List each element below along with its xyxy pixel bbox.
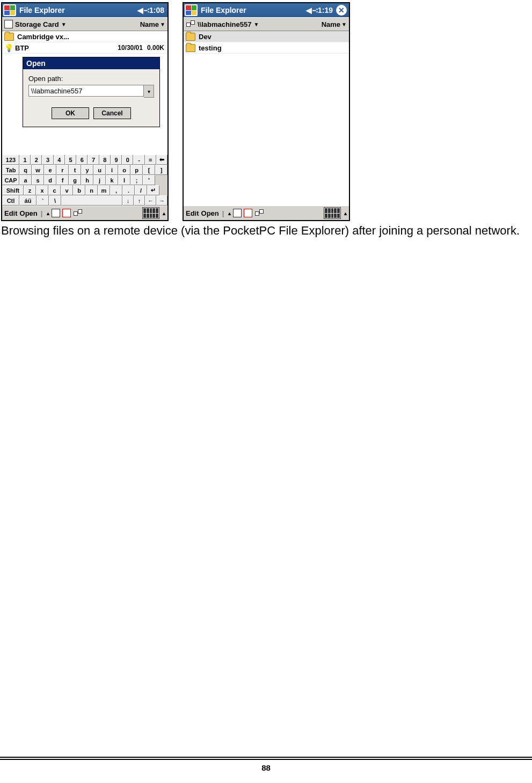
key-123[interactable]: 123 bbox=[2, 155, 19, 165]
cancel-button[interactable]: Cancel bbox=[93, 107, 131, 119]
key[interactable]: w bbox=[32, 165, 44, 175]
key[interactable]: . bbox=[122, 185, 135, 195]
file-list: Dev testing bbox=[184, 31, 349, 206]
key[interactable]: f bbox=[56, 175, 69, 185]
key-ctl[interactable]: Ctl bbox=[2, 195, 19, 206]
key-tab[interactable]: Tab bbox=[2, 165, 19, 175]
network-icon[interactable] bbox=[254, 208, 264, 218]
network-icon[interactable] bbox=[73, 208, 83, 218]
key[interactable]: [ bbox=[143, 165, 155, 175]
menu-open[interactable]: Open bbox=[20, 209, 38, 217]
sort-dropdown[interactable]: Name ▼ bbox=[140, 20, 165, 28]
key[interactable]: 1 bbox=[19, 155, 31, 165]
open-path-input[interactable] bbox=[28, 85, 144, 97]
clock[interactable]: 1:08 bbox=[149, 6, 164, 14]
start-menu-icon[interactable] bbox=[185, 4, 198, 16]
key[interactable]: h bbox=[81, 175, 93, 185]
key[interactable]: q bbox=[19, 165, 32, 175]
key-caps[interactable]: CAP bbox=[2, 175, 19, 185]
key[interactable]: n bbox=[85, 185, 98, 195]
up-arrow-icon[interactable]: ▴ bbox=[47, 210, 49, 216]
key[interactable]: 0 bbox=[122, 155, 133, 165]
key[interactable]: 9 bbox=[111, 155, 122, 165]
key[interactable]: / bbox=[135, 185, 147, 195]
card-icon[interactable] bbox=[52, 209, 60, 217]
key[interactable]: l bbox=[118, 175, 130, 185]
key[interactable]: o bbox=[118, 165, 130, 175]
key[interactable]: ; bbox=[130, 175, 143, 185]
location-toolbar: Storage Card ▼ Name ▼ bbox=[2, 17, 167, 31]
key[interactable]: ' bbox=[143, 175, 155, 185]
key[interactable]: = bbox=[145, 155, 156, 165]
card-active-icon[interactable] bbox=[244, 209, 252, 217]
chevron-down-icon[interactable]: ▾ bbox=[144, 85, 154, 98]
key-right[interactable]: → bbox=[156, 195, 167, 206]
key-down[interactable]: ↓ bbox=[122, 195, 134, 206]
up-arrow-icon[interactable]: ▴ bbox=[228, 210, 231, 216]
key[interactable]: e bbox=[44, 165, 56, 175]
list-item[interactable]: 💡 BTP 10/30/01 0.00K bbox=[2, 42, 167, 54]
menu-open[interactable]: Open bbox=[201, 209, 219, 217]
key[interactable]: - bbox=[133, 155, 144, 165]
key[interactable]: x bbox=[36, 185, 48, 195]
list-item[interactable]: Dev bbox=[184, 31, 349, 42]
key[interactable]: 2 bbox=[31, 155, 42, 165]
menu-edit[interactable]: Edit bbox=[4, 209, 18, 217]
key[interactable]: g bbox=[69, 175, 81, 185]
ok-button[interactable]: OK bbox=[52, 107, 89, 119]
key[interactable]: r bbox=[56, 165, 69, 175]
key-space[interactable] bbox=[61, 195, 122, 206]
figure-caption: Browsing files on a remote device (via t… bbox=[1, 223, 531, 238]
key[interactable]: b bbox=[73, 185, 85, 195]
key[interactable]: d bbox=[44, 175, 56, 185]
start-menu-icon[interactable] bbox=[3, 4, 16, 16]
key[interactable]: i bbox=[106, 165, 118, 175]
key-up[interactable]: ↑ bbox=[134, 195, 145, 206]
close-icon[interactable]: ✕ bbox=[336, 5, 347, 16]
key[interactable]: s bbox=[32, 175, 44, 185]
key[interactable]: 8 bbox=[99, 155, 111, 165]
key[interactable]: 3 bbox=[42, 155, 53, 165]
key[interactable]: 6 bbox=[76, 155, 88, 165]
key-shift[interactable]: Shift bbox=[2, 185, 24, 195]
key[interactable]: 4 bbox=[54, 155, 65, 165]
card-active-icon[interactable] bbox=[62, 209, 71, 217]
key[interactable]: p bbox=[130, 165, 143, 175]
key[interactable]: 5 bbox=[65, 155, 76, 165]
sort-dropdown[interactable]: Name ▼ bbox=[322, 20, 347, 28]
list-item[interactable]: Cambridge vx... bbox=[2, 31, 167, 42]
key[interactable]: u bbox=[93, 165, 106, 175]
list-item[interactable]: testing bbox=[184, 42, 349, 54]
key[interactable]: t bbox=[69, 165, 81, 175]
location-dropdown[interactable]: \\labmachine557 ▼ bbox=[186, 19, 322, 29]
key[interactable]: , bbox=[110, 185, 122, 195]
key[interactable]: k bbox=[106, 175, 118, 185]
key[interactable]: z bbox=[24, 185, 36, 195]
key-accents[interactable]: áü bbox=[19, 195, 37, 206]
card-icon[interactable] bbox=[233, 209, 242, 217]
menu-edit[interactable]: Edit bbox=[186, 209, 199, 217]
key[interactable]: \ bbox=[49, 195, 61, 206]
separator: | bbox=[222, 209, 224, 217]
key[interactable]: j bbox=[93, 175, 106, 185]
key[interactable]: v bbox=[61, 185, 73, 195]
key[interactable]: 7 bbox=[88, 155, 99, 165]
location-dropdown[interactable]: Storage Card ▼ bbox=[4, 20, 140, 28]
key-left[interactable]: ← bbox=[145, 195, 156, 206]
key[interactable]: ] bbox=[155, 165, 167, 175]
key[interactable]: a bbox=[19, 175, 32, 185]
key[interactable]: ` bbox=[37, 195, 49, 206]
key[interactable]: m bbox=[98, 185, 110, 195]
keyboard-toggle-icon[interactable] bbox=[324, 207, 341, 219]
key-enter[interactable]: ↵ bbox=[147, 185, 159, 195]
speaker-icon[interactable]: ◀∹ bbox=[137, 6, 146, 14]
key[interactable]: c bbox=[48, 185, 61, 195]
sip-arrow-icon[interactable]: ▴ bbox=[344, 210, 347, 216]
key-backspace[interactable]: ⬅ bbox=[156, 155, 167, 165]
key[interactable]: y bbox=[81, 165, 93, 175]
sip-arrow-icon[interactable]: ▴ bbox=[163, 210, 165, 216]
keyboard-toggle-icon[interactable] bbox=[142, 207, 159, 219]
speaker-icon[interactable]: ◀∹ bbox=[306, 6, 315, 14]
clock[interactable]: 1:19 bbox=[318, 6, 333, 14]
separator: | bbox=[41, 209, 43, 217]
